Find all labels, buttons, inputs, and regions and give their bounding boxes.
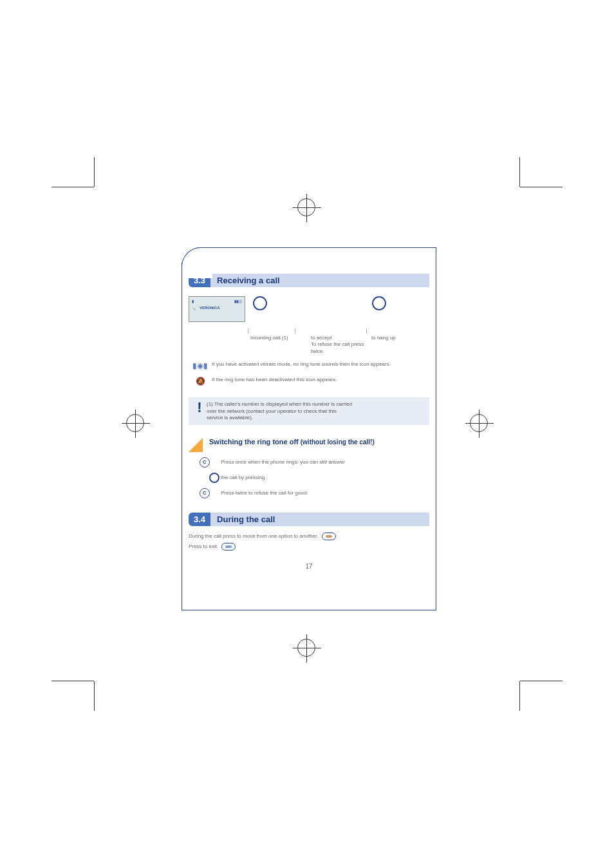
footnote-line-2: over the network (contact your operator …: [207, 408, 337, 414]
c-key-icon: C: [200, 457, 210, 467]
during-call-line-1: During the call press to move from one o…: [189, 533, 429, 540]
incoming-call-diagram: ▮ ▮▮▯▯ ↘ VERONICA: [189, 296, 429, 322]
footnote-box: ! (1) The caller's number is displayed w…: [189, 397, 429, 425]
during-line-1-text: During the call press to move from one o…: [189, 533, 318, 539]
phone-screen-mock: ▮ ▮▮▯▯ ↘ VERONICA: [189, 296, 245, 322]
during-call-line-2: Press to exit.: [189, 543, 429, 551]
diagram-col-3-spacer: [310, 296, 370, 322]
diagram-label-row: Incoming call (1) to accept To refuse th…: [189, 335, 429, 355]
footnote-line-1: (1) The caller's number is displayed whe…: [207, 401, 352, 407]
section-number: 3.4: [189, 513, 210, 526]
crop-mark-top-right: [507, 157, 563, 212]
sub-heading-main: Switching the ring tone off: [209, 438, 301, 446]
footnote-text: (1) The caller's number is displayed whe…: [207, 401, 425, 421]
diagram-label-1: Incoming call (1): [248, 335, 308, 355]
registration-mark-left: [126, 414, 144, 432]
vibrate-info-text: If you have activated vibrate mode, no r…: [212, 361, 429, 368]
diagram-label-2b: To refuse the call press twice: [311, 341, 364, 354]
ok-button-icon: [372, 296, 386, 310]
crop-mark-top-left: [51, 157, 107, 212]
diagram-tick-row: [189, 328, 429, 334]
diagram-label-2: to accept To refuse the call press twice: [308, 335, 369, 355]
step-row-1: C Press once when the phone rings: you c…: [189, 457, 429, 467]
caller-name: VERONICA: [200, 306, 220, 310]
section-header-3-3: 3.3 Receiving a call: [189, 274, 429, 287]
crop-mark-bottom-right: [507, 656, 563, 711]
registration-mark-bottom: [297, 639, 315, 657]
end-key-icon: [221, 543, 236, 551]
battery-icon: ▮: [192, 299, 194, 303]
exclamation-icon: !: [192, 401, 207, 421]
diagram-label-3: to hang up: [369, 335, 429, 355]
vibrate-info-row: ▮◉▮ If you have activated vibrate mode, …: [189, 361, 429, 370]
footnote-line-3: service is available).: [207, 415, 253, 420]
ringtone-off-info-text: If the ring tone has been deactivated th…: [212, 377, 429, 383]
step-1-text: Press once when the phone rings: you can…: [221, 459, 429, 466]
signal-icon: ▮▮▯▯: [234, 299, 242, 303]
crop-mark-bottom-left: [51, 656, 107, 711]
step-2-text: the call by pressing .: [221, 475, 429, 481]
diagram-label-2a: to accept: [311, 335, 331, 341]
sub-heading-paren: (without losing the call!): [301, 439, 375, 446]
vibrate-icon: ▮◉▮: [189, 361, 212, 370]
step-row-3: C Press twice to refuse the call for goo…: [189, 488, 429, 498]
during-line-2-text: Press to exit.: [189, 544, 218, 550]
triangle-bullet-icon: [189, 438, 203, 452]
ringtone-off-icon: 🔕: [189, 377, 212, 386]
registration-mark-right: [470, 414, 488, 432]
section-header-3-4: 3.4 During the call: [189, 513, 429, 526]
diagram-col-4: [369, 296, 429, 322]
ringtone-off-info-row: 🔕 If the ring tone has been deactivated …: [189, 377, 429, 386]
c-key-icon: C: [200, 488, 210, 498]
page-corner-round: [181, 247, 212, 278]
section-title: Receiving a call: [210, 274, 429, 287]
diagram-col-2: [250, 296, 310, 322]
scroll-key-icon: [322, 533, 336, 540]
page-number: 17: [189, 563, 429, 570]
step-row-2: the call by pressing .: [189, 473, 429, 483]
sub-heading-text: Switching the ring tone off (without los…: [209, 438, 375, 452]
step-3-text: Press twice to refuse the call for good.: [221, 490, 429, 496]
ok-button-icon: [253, 296, 267, 310]
sub-heading-row: Switching the ring tone off (without los…: [189, 438, 429, 452]
page-frame: 3.3 Receiving a call ▮ ▮▮▯▯ ↘ VERONICA: [181, 247, 436, 610]
incoming-arrow-icon: ↘: [192, 306, 196, 312]
section-title: During the call: [210, 513, 429, 526]
ok-key-icon: [209, 473, 219, 483]
registration-mark-top: [297, 198, 315, 216]
